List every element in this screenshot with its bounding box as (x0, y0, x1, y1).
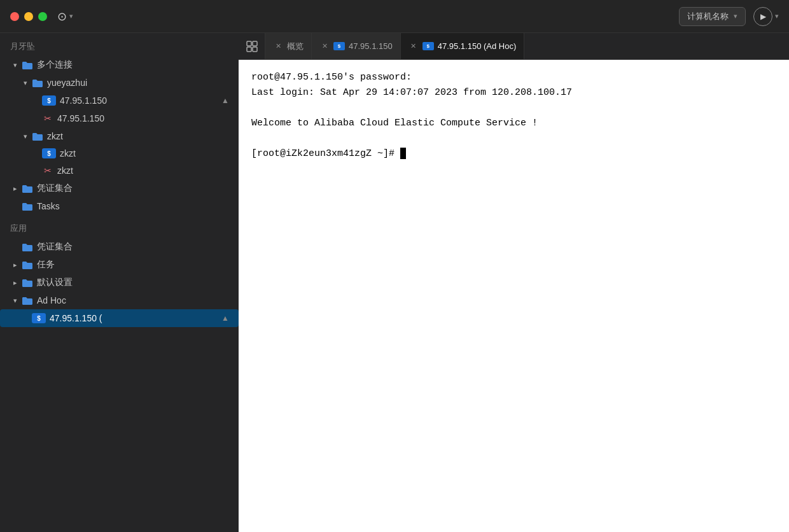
sidebar-item-label: 凭证集合 (37, 241, 231, 253)
sidebar-item-label: 多个连接 (37, 59, 231, 71)
tab-terminal-icon: $ (422, 42, 434, 50)
sidebar-item-tasks[interactable]: Tasks (0, 197, 239, 215)
close-button[interactable] (10, 12, 19, 21)
sidebar-item-label: 47.95.1.150 (57, 113, 231, 123)
sidebar-item-zkzt-term[interactable]: $ zkzt (0, 145, 239, 162)
chevron-down-icon (20, 78, 31, 88)
window-controls (10, 12, 47, 21)
dropdown-chevron-icon: ▾ (734, 12, 737, 20)
sidebar-item-zkzt[interactable]: zkzt (0, 127, 239, 145)
folder-icon (22, 183, 33, 194)
terminal-icon: $ (42, 148, 56, 158)
terminal-line6: [root@iZk2eun3xm41zgZ ~]# (251, 148, 400, 159)
sidebar-section-label-2: 应用 (0, 215, 239, 238)
computer-name-dropdown[interactable]: 计算机名称 ▾ (679, 7, 746, 26)
tab-label: 概览 (287, 41, 304, 52)
sidebar-item-label: 默认设置 (37, 277, 231, 288)
terminal-line2: Last login: Sat Apr 29 14:07:07 2023 fro… (251, 87, 572, 98)
sidebar-item-47-sftp[interactable]: ✂ 47.95.1.150 (0, 109, 239, 127)
sidebar-item-yueyazhui[interactable]: yueyazhui (0, 74, 239, 92)
play-button[interactable]: ▶ (753, 7, 772, 26)
sidebar-item-label: zkzt (47, 131, 231, 141)
sidebar-app-adhoc[interactable]: Ad Hoc (0, 291, 239, 309)
terminal-output[interactable]: root@47.95.1.150's password: Last login:… (239, 60, 789, 532)
sidebar-item-label: 凭证集合 (37, 183, 231, 194)
play-chevron-icon: ▾ (775, 12, 779, 20)
sidebar-active-item[interactable]: $ 47.95.1.150 ( ▲ (0, 309, 239, 327)
folder-icon (22, 259, 33, 270)
sftp-icon: ✂ (42, 165, 53, 176)
right-panel: ✕ 概览 ✕ $ 47.95.1.150 ✕ $ 47.95.1.150 (Ad… (239, 33, 789, 532)
sidebar-item-label: 任务 (37, 259, 231, 270)
tab-close-button[interactable]: ✕ (319, 41, 330, 52)
target-chevron-icon: ▾ (69, 12, 73, 20)
folder-icon (22, 59, 33, 71)
tab-close-button[interactable]: ✕ (273, 41, 283, 52)
terminal-line1: root@47.95.1.150's password: (251, 72, 412, 83)
maximize-button[interactable] (38, 12, 47, 21)
computer-name-label: 计算机名称 (687, 11, 729, 22)
terminal-icon: $ (42, 95, 56, 106)
terminal-line4: Welcome to Alibaba Cloud Elastic Compute… (251, 118, 538, 129)
main-layout: 月牙坠 多个连接 yueyazhui $ 47.95 (0, 33, 789, 532)
tab-overview[interactable]: ✕ 概览 (265, 33, 312, 59)
sidebar-item-label: Ad Hoc (37, 295, 231, 305)
sidebar-item-47-term[interactable]: $ 47.95.1.150 ▲ (0, 92, 239, 109)
toolbar-right: 计算机名称 ▾ ▶ ▾ (679, 7, 779, 26)
tab-bar: ✕ 概览 ✕ $ 47.95.1.150 ✕ $ 47.95.1.150 (Ad… (239, 33, 789, 60)
terminal-cursor (400, 148, 406, 159)
folder-icon (22, 200, 33, 212)
terminal-icon: $ (32, 313, 46, 323)
chevron-right-icon (10, 183, 20, 193)
tab-term2[interactable]: ✕ $ 47.95.1.150 (Ad Hoc) (401, 33, 525, 59)
sidebar-section-label-1: 月牙坠 (0, 33, 239, 56)
sidebar-item-label: 47.95.1.150 ( (50, 313, 220, 323)
chevron-down-icon (10, 295, 20, 305)
chevron-right-icon (10, 260, 20, 270)
sidebar-item-label: zkzt (60, 148, 231, 158)
sidebar-app-task[interactable]: 任务 (0, 256, 239, 274)
sidebar-app-credential[interactable]: 凭证集合 (0, 238, 239, 256)
chevron-down-icon (20, 131, 31, 141)
folder-icon (22, 295, 33, 306)
svg-rect-2 (247, 47, 251, 52)
sidebar-item-label: zkzt (57, 165, 231, 176)
svg-rect-0 (247, 41, 251, 46)
grid-view-button[interactable] (239, 33, 265, 59)
sidebar-app-default[interactable]: 默认设置 (0, 274, 239, 291)
sidebar-item-credential[interactable]: 凭证集合 (0, 179, 239, 197)
sidebar: 月牙坠 多个连接 yueyazhui $ 47.95 (0, 33, 239, 532)
folder-icon (32, 130, 43, 142)
chevron-right-icon (10, 277, 20, 288)
sidebar-item-label: 47.95.1.150 (60, 95, 220, 106)
folder-icon (32, 77, 43, 88)
tab-label: 47.95.1.150 (Ad Hoc) (438, 41, 517, 51)
tab-terminal-icon: $ (333, 42, 345, 50)
sidebar-item-label: Tasks (37, 201, 231, 211)
tab-close-button[interactable]: ✕ (408, 41, 419, 52)
sidebar-item-multi-connect[interactable]: 多个连接 (0, 56, 239, 74)
eject-icon[interactable]: ▲ (220, 312, 231, 324)
eject-icon[interactable]: ▲ (220, 95, 231, 106)
tab-label: 47.95.1.150 (349, 41, 393, 51)
sidebar-item-label: yueyazhui (47, 78, 231, 88)
target-icon[interactable]: ⊙ (57, 10, 67, 24)
folder-icon (22, 241, 33, 253)
titlebar: ⊙ ▾ 计算机名称 ▾ ▶ ▾ (0, 0, 789, 33)
minimize-button[interactable] (24, 12, 33, 21)
svg-rect-3 (253, 47, 257, 52)
sftp-icon: ✂ (42, 113, 53, 124)
tab-term1[interactable]: ✕ $ 47.95.1.150 (312, 33, 401, 59)
chevron-down-icon (10, 60, 20, 70)
folder-icon (22, 277, 33, 288)
sidebar-item-zkzt-sftp[interactable]: ✂ zkzt (0, 162, 239, 179)
svg-rect-1 (253, 41, 257, 46)
